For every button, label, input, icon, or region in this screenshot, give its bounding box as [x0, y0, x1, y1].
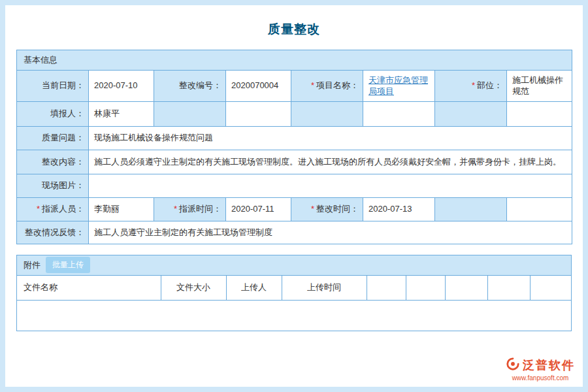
basic-info-section-title: 基本信息: [17, 50, 572, 71]
required-asterisk: *: [37, 204, 40, 214]
empty-cell: [435, 197, 507, 221]
brand-website: www.fanpusoft.com: [506, 374, 575, 382]
quality-issue-value: 现场施工机械设备操作规范问题: [89, 126, 572, 150]
position-label: *部位：: [435, 70, 507, 101]
field-label: 指派人员：: [42, 204, 84, 214]
rectify-content-value: 施工人员必须遵守业主制定的有关施工现场管理制度。进入施工现场的所有人员必须戴好安…: [89, 150, 572, 174]
field-label: 整改情况反馈：: [25, 227, 84, 237]
assignee-value: 李勤丽: [89, 197, 154, 221]
rectify-no-label: 整改编号：: [154, 70, 226, 101]
field-label: 填报人：: [50, 108, 84, 118]
site-photo-value: [89, 174, 572, 197]
col-header-empty: [367, 276, 406, 301]
required-asterisk: *: [472, 80, 475, 90]
col-header-file-name: 文件名称: [17, 276, 161, 301]
table-row: 质量问题： 现场施工机械设备操作规范问题: [17, 126, 572, 150]
rectify-content-label: 整改内容：: [17, 150, 89, 174]
rectify-time-value: 2020-07-13: [363, 197, 435, 221]
feedback-value: 施工人员遵守业主制定的有关施工现场管理制度: [89, 221, 572, 244]
field-label: 现场图片：: [42, 180, 84, 190]
attachments-title: 附件: [24, 259, 41, 271]
required-asterisk: *: [311, 204, 314, 214]
project-name-value: 天津市应急管理局项目: [363, 70, 435, 101]
attachments-column-header-row: 文件名称 文件大小 上传人 上传时间: [17, 276, 571, 301]
reporter-value: 林康平: [89, 101, 154, 126]
site-photo-label: 现场图片：: [17, 174, 89, 197]
basic-info-table: 基本信息 当前日期： 2020-07-10 整改编号： 2020070004 *…: [16, 50, 572, 244]
required-asterisk: *: [311, 80, 314, 90]
footer-logo: 泛普软件 www.fanpusoft.com: [506, 357, 575, 382]
empty-cell: [154, 101, 226, 126]
project-name-link[interactable]: 天津市应急管理局项目: [368, 75, 428, 97]
table-row: 现场图片：: [17, 174, 572, 197]
assign-time-label: *指派时间：: [154, 197, 226, 221]
field-label: 部位：: [477, 80, 502, 90]
field-label: 指派时间：: [179, 204, 221, 214]
col-header-upload-time: 上传时间: [282, 276, 367, 301]
attachments-table: 文件名称 文件大小 上传人 上传时间: [17, 276, 571, 301]
field-label: 当前日期：: [42, 80, 84, 90]
attachments-header: 附件 批量上传: [17, 255, 571, 276]
table-row: *指派人员： 李勤丽 *指派时间： 2020-07-11 *整改时间： 2020…: [17, 197, 572, 221]
table-row: 当前日期： 2020-07-10 整改编号： 2020070004 *项目名称：…: [17, 70, 572, 101]
batch-upload-button[interactable]: 批量上传: [46, 257, 90, 273]
empty-cell: [291, 101, 363, 126]
empty-cell: [435, 101, 507, 126]
brand-name: 泛普软件: [523, 357, 575, 373]
current-date-label: 当前日期：: [17, 70, 89, 101]
col-header-empty: [487, 276, 530, 301]
feedback-label: 整改情况反馈：: [17, 221, 89, 244]
quality-issue-label: 质量问题：: [17, 126, 89, 150]
empty-cell: [507, 101, 572, 126]
field-label: 质量问题：: [42, 133, 84, 142]
col-header-empty: [406, 276, 445, 301]
table-row: 整改情况反馈： 施工人员遵守业主制定的有关施工现场管理制度: [17, 221, 572, 244]
empty-cell: [226, 101, 291, 126]
table-row: 整改内容： 施工人员必须遵守业主制定的有关施工现场管理制度。进入施工现场的所有人…: [17, 150, 572, 174]
attachments-empty-body: [17, 301, 571, 331]
rectify-no-value: 2020070004: [226, 70, 291, 101]
fanpu-logo-icon: [506, 357, 520, 374]
page-title: 质量整改: [16, 5, 572, 50]
table-row: 填报人： 林康平: [17, 101, 572, 126]
col-header-empty: [445, 276, 487, 301]
reporter-label: 填报人：: [17, 101, 89, 126]
position-value: 施工机械操作规范: [507, 70, 572, 101]
current-date-value: 2020-07-10: [89, 70, 154, 101]
section-header-row: 基本信息: [17, 50, 572, 71]
col-header-empty: [530, 276, 571, 301]
attachments-section: 附件 批量上传 文件名称 文件大小 上传人 上传时间: [16, 255, 572, 332]
field-label: 整改编号：: [179, 80, 221, 90]
field-label: 整改时间：: [316, 204, 359, 214]
assignee-label: *指派人员：: [17, 197, 89, 221]
project-name-label: *项目名称：: [291, 70, 363, 101]
col-header-file-size: 文件大小: [161, 276, 226, 301]
field-label: 整改内容：: [42, 157, 84, 167]
field-label: 项目名称：: [316, 80, 359, 90]
rectify-time-label: *整改时间：: [291, 197, 363, 221]
col-header-uploader: 上传人: [226, 276, 282, 301]
empty-cell: [363, 101, 435, 126]
page: 质量整改 基本信息 当前日期： 2020-07-10 整改编号： 2020070…: [5, 5, 583, 387]
assign-time-value: 2020-07-11: [226, 197, 291, 221]
required-asterisk: *: [174, 204, 177, 214]
empty-cell: [507, 197, 572, 221]
